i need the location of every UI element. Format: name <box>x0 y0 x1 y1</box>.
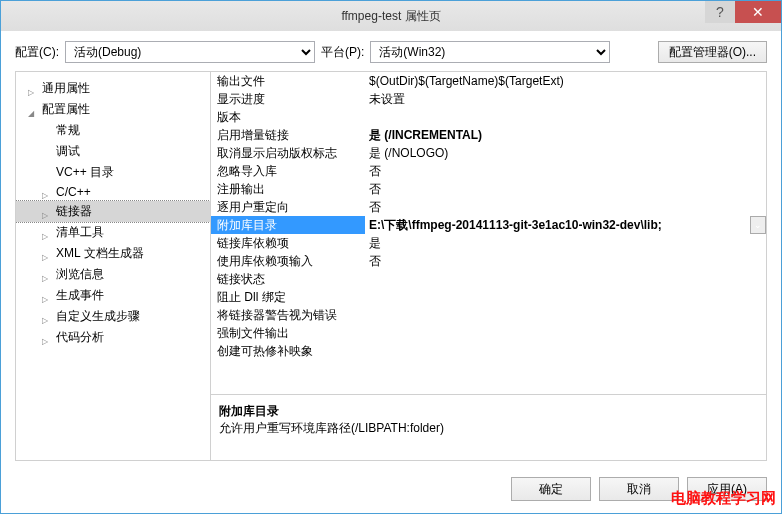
property-value[interactable]: 未设置 <box>365 90 766 108</box>
property-value[interactable] <box>365 108 766 126</box>
dropdown-icon[interactable]: ⌄ <box>750 216 766 234</box>
tree-item-label: 清单工具 <box>56 224 104 241</box>
property-value[interactable] <box>365 324 766 342</box>
property-row[interactable]: 输出文件$(OutDir)$(TargetName)$(TargetExt) <box>211 72 766 90</box>
tree-item-label: C/C++ <box>56 185 91 199</box>
tree-item[interactable]: C/C++ <box>16 183 210 201</box>
tree-item-label: 浏览信息 <box>56 266 104 283</box>
titlebar[interactable]: ffmpeg-test 属性页 ? ✕ <box>1 1 781 31</box>
tree-item-label: 生成事件 <box>56 287 104 304</box>
property-row[interactable]: 强制文件输出 <box>211 324 766 342</box>
tree-item-label: XML 文档生成器 <box>56 245 144 262</box>
description-text: 允许用户重写环境库路径(/LIBPATH:folder) <box>219 420 758 437</box>
property-name: 附加库目录 <box>211 216 365 234</box>
property-row[interactable]: 链接状态 <box>211 270 766 288</box>
property-name: 逐用户重定向 <box>211 198 365 216</box>
caret-collapsed-icon[interactable] <box>42 270 52 280</box>
property-name: 版本 <box>211 108 365 126</box>
property-row[interactable]: 显示进度未设置 <box>211 90 766 108</box>
tree-item[interactable]: XML 文档生成器 <box>16 243 210 264</box>
property-value[interactable]: 否 <box>365 162 766 180</box>
property-value[interactable]: 否 <box>365 252 766 270</box>
tree-item[interactable]: 代码分析 <box>16 327 210 348</box>
description-title: 附加库目录 <box>219 403 758 420</box>
tree-item-label: 代码分析 <box>56 329 104 346</box>
property-name: 链接状态 <box>211 270 365 288</box>
property-value[interactable] <box>365 270 766 288</box>
tree-item[interactable]: 通用属性 <box>16 78 210 99</box>
tree-item[interactable]: 浏览信息 <box>16 264 210 285</box>
property-name: 显示进度 <box>211 90 365 108</box>
property-value[interactable]: $(OutDir)$(TargetName)$(TargetExt) <box>365 72 766 90</box>
property-row[interactable]: 阻止 Dll 绑定 <box>211 288 766 306</box>
property-row[interactable]: 使用库依赖项输入否 <box>211 252 766 270</box>
caret-collapsed-icon[interactable] <box>42 312 52 322</box>
cancel-button[interactable]: 取消 <box>599 477 679 501</box>
toolbar: 配置(C): 活动(Debug) 平台(P): 活动(Win32) 配置管理器(… <box>1 31 781 71</box>
property-name: 取消显示启动版权标志 <box>211 144 365 162</box>
property-name: 忽略导入库 <box>211 162 365 180</box>
property-name: 启用增量链接 <box>211 126 365 144</box>
property-value[interactable] <box>365 342 766 360</box>
tree-item[interactable]: 配置属性 <box>16 99 210 120</box>
tree-item-label: VC++ 目录 <box>56 164 114 181</box>
config-combo[interactable]: 活动(Debug) <box>65 41 315 63</box>
tree-item-label: 调试 <box>56 143 80 160</box>
property-row[interactable]: 链接库依赖项是 <box>211 234 766 252</box>
tree-item-label: 常规 <box>56 122 80 139</box>
property-row[interactable]: 启用增量链接是 (/INCREMENTAL) <box>211 126 766 144</box>
platform-combo[interactable]: 活动(Win32) <box>370 41 610 63</box>
property-row[interactable]: 版本 <box>211 108 766 126</box>
property-row[interactable]: 将链接器警告视为错误 <box>211 306 766 324</box>
property-name: 注册输出 <box>211 180 365 198</box>
description-panel: 附加库目录 允许用户重写环境库路径(/LIBPATH:folder) <box>211 394 766 460</box>
property-grid[interactable]: 输出文件$(OutDir)$(TargetName)$(TargetExt)显示… <box>211 72 766 394</box>
dialog-window: ffmpeg-test 属性页 ? ✕ 配置(C): 活动(Debug) 平台(… <box>0 0 782 514</box>
caret-collapsed-icon[interactable] <box>42 291 52 301</box>
property-value[interactable]: 是 <box>365 234 766 252</box>
property-row[interactable]: 逐用户重定向否 <box>211 198 766 216</box>
property-name: 使用库依赖项输入 <box>211 252 365 270</box>
nav-tree[interactable]: 通用属性配置属性常规调试VC++ 目录C/C++链接器清单工具XML 文档生成器… <box>16 72 211 460</box>
property-row[interactable]: 忽略导入库否 <box>211 162 766 180</box>
property-value[interactable]: 否 <box>365 198 766 216</box>
property-name: 输出文件 <box>211 72 365 90</box>
tree-item[interactable]: 生成事件 <box>16 285 210 306</box>
tree-item[interactable]: VC++ 目录 <box>16 162 210 183</box>
tree-item[interactable]: 自定义生成步骤 <box>16 306 210 327</box>
caret-collapsed-icon[interactable] <box>42 207 52 217</box>
property-name: 阻止 Dll 绑定 <box>211 288 365 306</box>
watermark: 电脑教程学习网 <box>671 489 776 508</box>
property-name: 链接库依赖项 <box>211 234 365 252</box>
caret-collapsed-icon[interactable] <box>42 333 52 343</box>
close-button[interactable]: ✕ <box>735 1 781 23</box>
property-value[interactable] <box>365 306 766 324</box>
property-value[interactable]: 是 (/NOLOGO) <box>365 144 766 162</box>
help-button[interactable]: ? <box>705 1 735 23</box>
property-value[interactable]: 是 (/INCREMENTAL) <box>365 126 766 144</box>
ok-button[interactable]: 确定 <box>511 477 591 501</box>
property-name: 将链接器警告视为错误 <box>211 306 365 324</box>
tree-item-label: 通用属性 <box>42 80 90 97</box>
caret-collapsed-icon[interactable] <box>42 187 52 197</box>
caret-collapsed-icon[interactable] <box>42 228 52 238</box>
dialog-footer: 确定 取消 应用(A) <box>1 469 781 513</box>
platform-label: 平台(P): <box>321 44 364 61</box>
property-value[interactable]: 否 <box>365 180 766 198</box>
config-manager-button[interactable]: 配置管理器(O)... <box>658 41 767 63</box>
tree-item[interactable]: 常规 <box>16 120 210 141</box>
tree-item[interactable]: 链接器 <box>16 201 210 222</box>
property-row[interactable]: 附加库目录E:\下载\ffmpeg-20141113-git-3e1ac10-w… <box>211 216 766 234</box>
property-row[interactable]: 注册输出否 <box>211 180 766 198</box>
property-value[interactable] <box>365 288 766 306</box>
caret-expanded-icon[interactable] <box>28 105 38 115</box>
property-value[interactable]: E:\下载\ffmpeg-20141113-git-3e1ac10-win32-… <box>365 216 750 234</box>
config-label: 配置(C): <box>15 44 59 61</box>
caret-collapsed-icon[interactable] <box>42 249 52 259</box>
tree-item[interactable]: 清单工具 <box>16 222 210 243</box>
tree-item[interactable]: 调试 <box>16 141 210 162</box>
caret-collapsed-icon[interactable] <box>28 84 38 94</box>
property-row[interactable]: 创建可热修补映象 <box>211 342 766 360</box>
property-row[interactable]: 取消显示启动版权标志是 (/NOLOGO) <box>211 144 766 162</box>
property-name: 创建可热修补映象 <box>211 342 365 360</box>
